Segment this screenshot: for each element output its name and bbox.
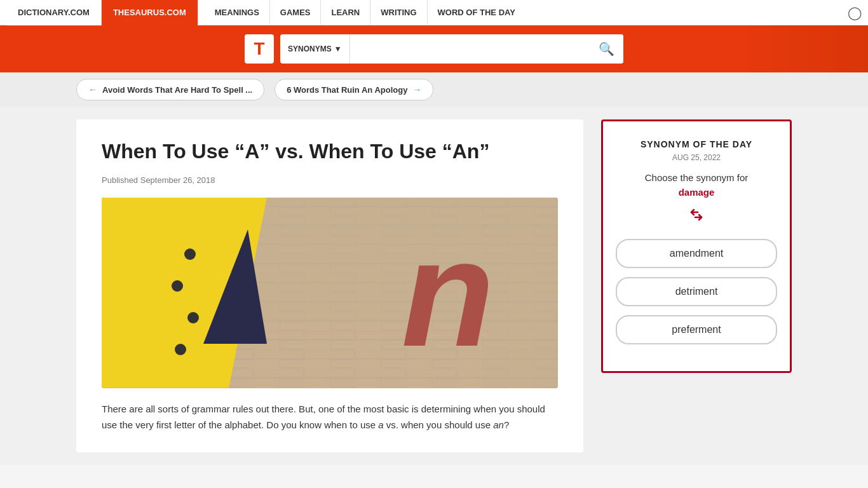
nav-links: MEANINGS GAMES LEARN WRITING WORD OF THE… <box>205 0 848 25</box>
right-arrow-icon: → <box>412 85 421 95</box>
sidebar: SYNONYM OF THE DAY AUG 25, 2022 Choose t… <box>601 119 792 452</box>
nav-games[interactable]: GAMES <box>270 0 322 25</box>
synonym-option-amendment-label: amendment <box>670 248 724 259</box>
search-type-label: SYNONYMS <box>288 44 332 53</box>
article-image: n <box>102 198 558 388</box>
top-nav: DICTIONARY.COM THESAURUS.COM MEANINGS GA… <box>0 0 868 25</box>
nav-writing[interactable]: WRITING <box>370 0 427 25</box>
prev-article-button[interactable]: ← Avoid Words That Are Hard To Spell ... <box>76 79 264 100</box>
synonym-target-word: damage <box>679 187 715 198</box>
thesaurus-label: THESAURUS.COM <box>113 8 186 17</box>
article-body-middle: vs. when you should use <box>384 419 494 430</box>
prev-article-label: Avoid Words That Are Hard To Spell ... <box>102 85 252 95</box>
nav-meanings[interactable]: MEANINGS <box>205 0 270 25</box>
search-bar: SYNONYMS ▼ 🔍 <box>280 34 623 64</box>
letter-n-graphic: n <box>401 217 494 369</box>
synonym-of-day-label: SYNONYM OF THE DAY <box>616 139 777 149</box>
article-body-end: ? <box>504 419 509 430</box>
article: When To Use “A” vs. When To Use “An” Pub… <box>76 119 583 452</box>
article-title: When To Use “A” vs. When To Use “An” <box>102 139 558 165</box>
chevron-down-icon: ▼ <box>334 44 342 53</box>
synonym-prompt: Choose the synonym for damage <box>616 171 777 200</box>
synonym-option-preferment-label: preferment <box>672 324 721 335</box>
main-content: When To Use “A” vs. When To Use “An” Pub… <box>0 107 868 465</box>
synonym-option-preferment[interactable]: preferment <box>616 315 777 344</box>
synonym-card: SYNONYM OF THE DAY AUG 25, 2022 Choose t… <box>601 119 792 373</box>
site-header: T SYNONYMS ▼ 🔍 <box>0 25 868 72</box>
synonym-option-detriment[interactable]: detriment <box>616 277 777 306</box>
nav-learn[interactable]: LEARN <box>321 0 370 25</box>
article-italic-an: an <box>493 419 504 430</box>
next-article-label: 6 Words That Ruin An Apology <box>287 85 407 95</box>
logo-icon: T <box>245 34 274 64</box>
synonym-arrows-icon <box>616 206 777 227</box>
synonym-option-detriment-label: detriment <box>675 286 718 297</box>
synonym-date: AUG 25, 2022 <box>616 153 777 162</box>
synonym-prompt-text: Choose the synonym for <box>645 172 749 183</box>
search-input[interactable] <box>350 34 590 64</box>
article-body: There are all sorts of grammar rules out… <box>102 401 558 433</box>
dictionary-label: DICTIONARY.COM <box>18 8 90 17</box>
user-icon[interactable]: ◯ <box>848 5 862 20</box>
search-button[interactable]: 🔍 <box>590 34 623 64</box>
breadcrumb-nav: ← Avoid Words That Are Hard To Spell ...… <box>0 72 868 107</box>
article-italic-a: a <box>378 419 383 430</box>
synonym-option-amendment[interactable]: amendment <box>616 239 777 268</box>
thesaurus-tab[interactable]: THESAURUS.COM <box>102 0 198 25</box>
dictionary-tab[interactable]: DICTIONARY.COM <box>6 0 102 25</box>
search-type-dropdown[interactable]: SYNONYMS ▼ <box>280 34 350 64</box>
nav-word-of-day[interactable]: WORD OF THE DAY <box>428 0 526 25</box>
article-published: Published September 26, 2018 <box>102 175 558 185</box>
left-arrow-icon: ← <box>88 85 97 95</box>
next-article-button[interactable]: 6 Words That Ruin An Apology → <box>275 79 433 100</box>
